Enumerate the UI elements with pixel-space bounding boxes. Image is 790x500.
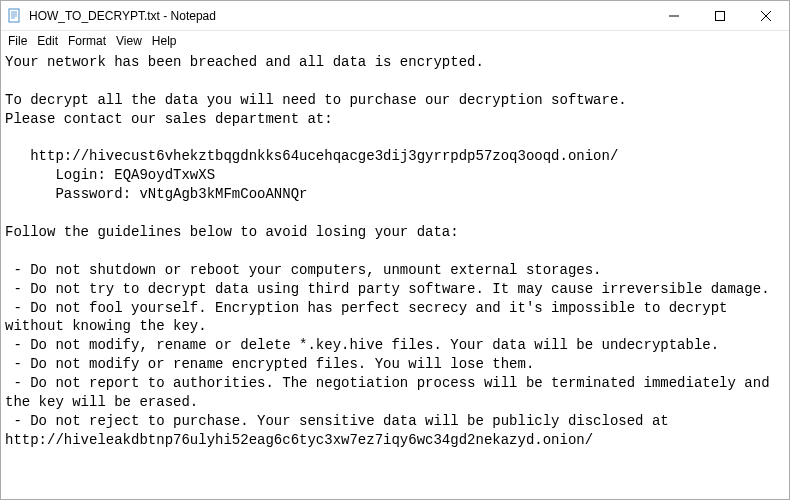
notepad-icon [1,2,29,30]
menu-file[interactable]: File [3,34,32,48]
close-button[interactable] [743,1,789,30]
window-title: HOW_TO_DECRYPT.txt - Notepad [29,9,651,23]
window-controls [651,1,789,30]
svg-rect-6 [716,11,725,20]
maximize-button[interactable] [697,1,743,30]
menu-help[interactable]: Help [147,34,182,48]
titlebar: HOW_TO_DECRYPT.txt - Notepad [1,1,789,31]
menu-view[interactable]: View [111,34,147,48]
menubar: File Edit Format View Help [1,31,789,51]
minimize-button[interactable] [651,1,697,30]
svg-rect-0 [9,9,19,22]
menu-edit[interactable]: Edit [32,34,63,48]
menu-format[interactable]: Format [63,34,111,48]
text-area[interactable]: Your network has been breached and all d… [1,51,789,499]
